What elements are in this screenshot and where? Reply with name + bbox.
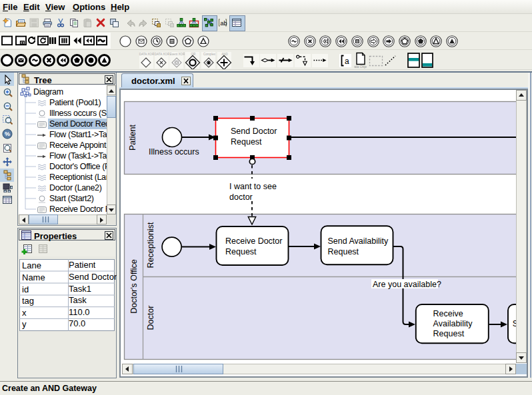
svg-text:Availability: Availability [433, 319, 473, 328]
svg-text:a: a [345, 57, 349, 66]
svg-text:%: % [5, 131, 10, 137]
svg-text:Illness occurs: Illness occurs [149, 147, 199, 157]
svg-text:Receive Doctor: Receive Doctor [225, 236, 282, 246]
svg-text:Are you available?: Are you available? [373, 280, 441, 289]
svg-text:doctor: doctor [229, 193, 253, 202]
svg-text:Receive: Receive [433, 309, 463, 318]
svg-text:Request: Request [328, 247, 359, 256]
svg-text:Send Availability: Send Availability [328, 236, 389, 246]
svg-text:Send Doctor: Send Doctor [231, 127, 277, 136]
svg-text:Doctor's Office: Doctor's Office [129, 259, 139, 313]
svg-text:Receptionist: Receptionist [146, 222, 155, 268]
svg-text:Doctor: Doctor [146, 306, 155, 330]
svg-text:OR: OR [191, 53, 196, 56]
svg-text:Data Object: Data Object [354, 65, 367, 69]
svg-text:Patient: Patient [128, 125, 137, 151]
svg-text:Request: Request [225, 247, 257, 256]
svg-text:Event XOR: Event XOR [169, 53, 184, 56]
svg-text:DATA XOR: DATA XOR [155, 53, 169, 56]
svg-text:ab: ab [220, 20, 227, 27]
svg-text:Request: Request [433, 329, 465, 338]
svg-text:DATA XOR: DATA XOR [139, 53, 154, 56]
svg-text:I want to see: I want to see [229, 182, 277, 191]
svg-text:Request: Request [231, 137, 262, 147]
svg-text:AND: AND [221, 53, 228, 56]
svg-text:Complex: Complex [203, 53, 216, 56]
